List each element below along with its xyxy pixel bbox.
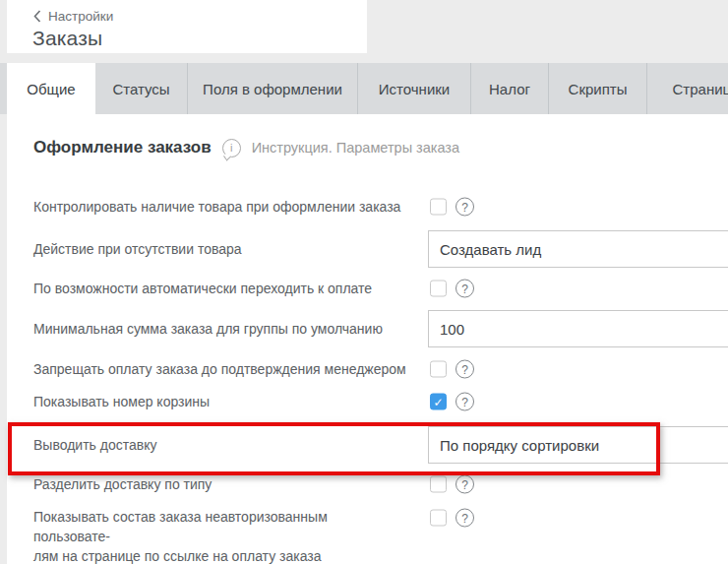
help-icon[interactable]: ? [455,475,474,494]
instruction-link[interactable]: Инструкция. Параметры заказа [252,140,459,156]
back-link[interactable]: Настройки [33,9,113,24]
setting-row-out-of-stock-action: Действие при отсутствии товара [33,230,728,268]
setting-row-forbid-payment: Запрещать оплату заказа до подтверждения… [33,358,728,380]
setting-label: Запрещать оплату заказа до подтверждения… [33,359,406,379]
input-min-order-sum[interactable] [428,310,728,347]
checkbox-auto-payment[interactable]: ✓ [430,281,447,297]
back-chevron-icon [33,10,41,23]
checkbox-forbid-payment[interactable]: ✓ [430,361,447,378]
checkbox-split-delivery[interactable]: ✓ [430,476,447,493]
tab-checkout-fields[interactable]: Поля в оформлении [187,63,357,114]
select-out-of-stock-action[interactable] [428,230,728,268]
setting-label: Показывать состав заказа неавторизованны… [33,507,407,564]
setting-label: Минимальная сумма заказа для группы по у… [33,319,383,339]
setting-label: Выводить доставку [33,435,156,455]
page-header: Настройки Заказы [7,0,367,53]
setting-row-auto-payment: По возможности автоматически переходить … [33,278,728,299]
tab-statuses[interactable]: Статусы [95,63,187,114]
info-bubble-icon: i [222,139,241,157]
tab-general[interactable]: Общие [7,63,95,114]
setting-label: Показывать номер корзины [33,392,210,411]
setting-label: Контролировать наличие товара при оформл… [33,197,400,217]
setting-row-show-cart-number: Показывать номер корзины ✓ ? [33,391,728,412]
section-title: Оформление заказов [33,138,212,157]
tab-page[interactable]: Страница [646,63,728,114]
setting-label: Разделить доставку по типу [33,474,212,494]
select-delivery-display[interactable] [428,426,728,464]
checkbox-show-order-contents[interactable]: ✓ [430,510,447,527]
help-icon[interactable]: ? [455,393,474,411]
tab-bar: Общие Статусы Поля в оформлении Источник… [0,63,728,114]
check-icon: ✓ [433,396,443,407]
setting-row-min-order-sum: Минимальная сумма заказа для группы по у… [33,310,728,347]
setting-row-split-delivery: Разделить доставку по типу ✓ ? [33,473,728,495]
setting-label: По возможности автоматически переходить … [33,279,372,298]
section-header: Оформление заказов i Инструкция. Парамет… [33,138,459,157]
tab-tax[interactable]: Налог [470,63,548,114]
back-link-label: Настройки [48,9,113,24]
tab-sources[interactable]: Источники [357,63,470,114]
help-icon[interactable]: ? [455,360,474,379]
tab-scripts[interactable]: Скрипты [548,63,646,114]
tab-content: Оформление заказов i Инструкция. Парамет… [7,114,728,564]
help-icon[interactable]: ? [455,509,474,528]
settings-orders-page: Настройки Заказы Общие Статусы Поля в оф… [0,0,728,564]
setting-row-stock-control: Контролировать наличие товара при оформл… [33,196,728,218]
setting-label: Действие при отсутствии товара [33,239,242,259]
page-title: Заказы [32,27,102,50]
setting-row-show-order-contents: Показывать состав заказа неавторизованны… [33,507,728,550]
help-icon[interactable]: ? [455,280,474,298]
checkbox-show-cart-number[interactable]: ✓ [430,394,447,410]
checkbox-stock-control[interactable]: ✓ [430,199,447,216]
help-icon[interactable]: ? [455,198,474,217]
setting-row-delivery-display: Выводить доставку [33,426,728,464]
